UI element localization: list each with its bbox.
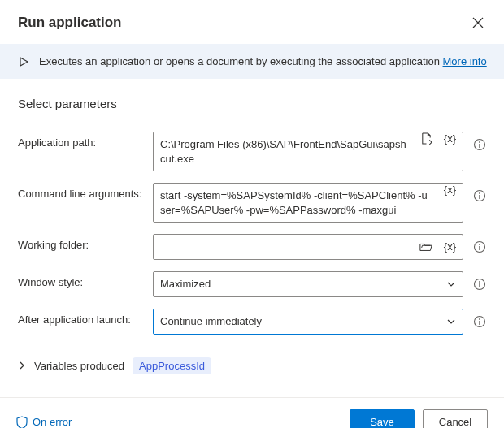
select-after-application-launch[interactable]: Continue immediately	[153, 309, 463, 335]
select-window-style[interactable]: Maximized	[153, 271, 463, 297]
label-after-application-launch: After application launch:	[18, 309, 143, 326]
info-text-content: Executes an application or opens a docum…	[39, 55, 440, 67]
chevron-down-icon	[446, 317, 456, 326]
variables-produced-label: Variables produced	[34, 360, 124, 372]
dialog-header: Run application	[0, 0, 504, 44]
insert-variable-button[interactable]: {x}	[437, 235, 463, 259]
svg-rect-14	[479, 321, 480, 325]
svg-point-4	[479, 192, 480, 194]
info-icon[interactable]	[473, 240, 486, 253]
on-error-label: On error	[33, 416, 72, 428]
insert-variable-button[interactable]: {x}	[437, 184, 463, 196]
file-picker-button[interactable]	[415, 132, 437, 145]
folder-picker-button[interactable]	[415, 235, 437, 259]
on-error-link[interactable]: On error	[16, 416, 72, 428]
file-select-icon	[420, 132, 432, 145]
dialog: Run application Executes an application …	[0, 0, 504, 428]
row-window-style: Window style: Maximized	[18, 271, 486, 297]
info-bar: Executes an application or opens a docum…	[0, 44, 504, 79]
select-after-application-launch-value: Continue immediately	[160, 315, 446, 327]
row-application-path: Application path: C:\Program Files (x86)…	[18, 132, 486, 171]
label-command-line-arguments: Command line arguments:	[18, 183, 143, 200]
label-application-path: Application path:	[18, 132, 143, 149]
dialog-title: Run application	[18, 15, 122, 31]
input-command-line-arguments[interactable]: start -system=%SAPSystemId% -client=%SAP…	[154, 184, 437, 222]
info-text: Executes an application or opens a docum…	[39, 55, 487, 67]
insert-variable-button[interactable]: {x}	[437, 132, 463, 145]
variables-produced-row[interactable]: Variables produced AppProcessId	[0, 346, 504, 379]
svg-rect-8	[479, 246, 480, 250]
cancel-button[interactable]: Cancel	[423, 409, 488, 428]
variable-icon: {x}	[442, 240, 458, 253]
dialog-footer: On error Save Cancel	[0, 397, 504, 428]
select-window-style-value: Maximized	[160, 278, 446, 290]
svg-rect-5	[479, 195, 480, 199]
row-after-application-launch: After application launch: Continue immed…	[18, 309, 486, 335]
field-command-line-arguments[interactable]: start -system=%SAPSystemId% -client=%SAP…	[153, 183, 463, 223]
svg-rect-11	[479, 283, 480, 287]
run-icon	[18, 56, 29, 67]
info-icon[interactable]	[473, 189, 486, 202]
more-info-link[interactable]: More info	[443, 55, 487, 67]
info-icon[interactable]	[473, 138, 486, 151]
svg-point-13	[479, 318, 480, 320]
close-icon	[472, 17, 484, 28]
folder-icon	[419, 241, 432, 253]
section-title: Select parameters	[0, 79, 504, 117]
label-window-style: Window style:	[18, 271, 143, 288]
close-button[interactable]	[468, 13, 488, 32]
svg-rect-2	[479, 144, 480, 148]
info-icon[interactable]	[473, 278, 486, 291]
variable-icon: {x}	[442, 132, 458, 145]
parameters-section: Application path: C:\Program Files (x86)…	[0, 117, 504, 335]
info-icon[interactable]	[473, 315, 486, 328]
field-application-path[interactable]: C:\Program Files (x86)\SAP\FrontEnd\SapG…	[153, 132, 463, 171]
input-application-path[interactable]: C:\Program Files (x86)\SAP\FrontEnd\SapG…	[154, 132, 415, 171]
variable-pill[interactable]: AppProcessId	[133, 357, 211, 374]
row-working-folder: Working folder: {x}	[18, 234, 486, 260]
chevron-down-icon	[446, 279, 456, 289]
variable-icon: {x}	[442, 184, 458, 196]
svg-point-1	[479, 141, 480, 143]
shield-icon	[16, 416, 28, 428]
label-working-folder: Working folder:	[18, 234, 143, 251]
row-command-line-arguments: Command line arguments: start -system=%S…	[18, 183, 486, 223]
field-working-folder[interactable]: {x}	[153, 234, 463, 260]
input-working-folder[interactable]	[154, 235, 415, 259]
save-button[interactable]: Save	[350, 409, 415, 428]
svg-point-10	[479, 281, 480, 283]
chevron-right-icon	[18, 361, 26, 370]
svg-point-7	[479, 244, 480, 245]
